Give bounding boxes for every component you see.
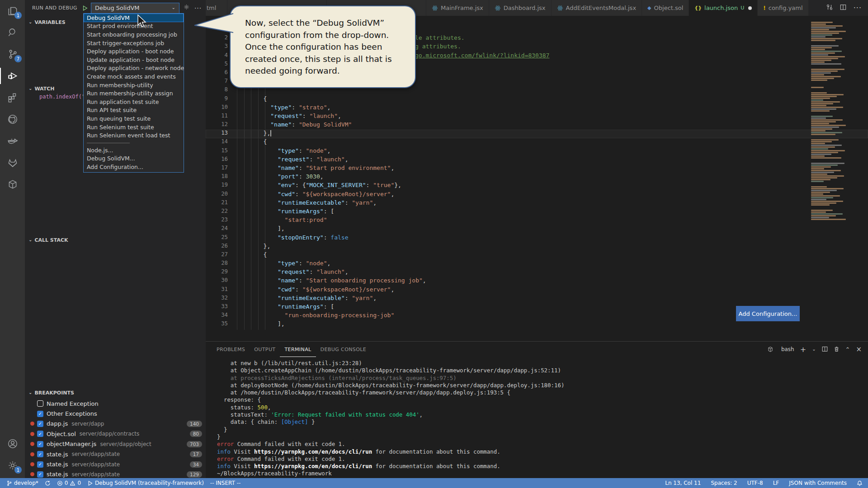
panel-tab-terminal[interactable]: TERMINAL [280,342,316,357]
indentation-setting[interactable]: Spaces: 2 [711,480,737,486]
more-actions-icon[interactable]: ··· [194,5,202,12]
code-line[interactable]: 28 "type": "node", [206,260,868,268]
dropdown-item[interactable]: Start onboarding processing job [84,30,184,39]
code-line[interactable]: 30 "name": "Start onboarding processing … [206,277,868,286]
breakpoint-checkbox[interactable]: ✓ [37,471,43,478]
file-breakpoint-row[interactable]: ✓Object.solserver/dapp/contracts80 [25,429,206,439]
maximize-panel-icon[interactable]: ⌃ [845,346,850,353]
extensions-icon[interactable] [0,87,25,108]
dropdown-item[interactable]: Run membership-utility [84,81,184,89]
dropdown-item[interactable]: Deploy application - boot node [84,47,184,56]
run-and-debug-icon[interactable] [0,65,25,87]
tab-Object.sol[interactable]: ◆Object.sol [642,0,689,16]
dropdown-item[interactable]: Run API test suite [84,106,184,115]
start-debugging-button[interactable] [82,5,88,11]
breakpoint-checkbox[interactable]: ✓ [37,421,43,427]
dropdown-item[interactable]: Debug SolidVM [84,14,184,22]
breakpoint-checkbox[interactable]: ✓ [37,461,43,468]
configure-gear-icon[interactable] [183,4,190,12]
settings-gear-icon[interactable]: 1 [0,455,25,476]
breakpoint-checkbox[interactable] [37,400,43,407]
notifications-bell-icon[interactable] [857,480,863,486]
dropdown-item[interactable]: Add Configuration... [84,163,184,171]
code-line[interactable]: 18 "port": 3030, [206,173,868,182]
breakpoints-section-header[interactable]: ⌄ BREAKPOINTS [25,388,206,398]
code-line[interactable]: 27 { [206,251,868,260]
tab-launch.json[interactable]: {}launch.jsonU [689,0,758,16]
language-mode[interactable]: JSON with Comments [789,480,847,486]
dropdown-item[interactable]: Create mock assets and events [84,72,184,81]
account-icon[interactable] [0,433,25,455]
git-branch-status[interactable]: develop* [6,480,38,486]
code-line[interactable]: 23 "start:prod" [206,216,868,225]
dropdown-item[interactable]: Run membership-utility assign [84,89,184,98]
call-stack-section-header[interactable]: ⌄ CALL STACK [25,235,206,245]
open-changes-icon[interactable] [826,4,833,12]
debug-target-status[interactable]: Debug SolidVM (traceability-framework) [87,480,204,486]
close-panel-icon[interactable]: × [856,345,862,353]
code-line[interactable]: 15 "type": "node", [206,147,868,156]
code-line[interactable]: 9 { [206,95,868,104]
code-line[interactable]: 31 "cwd": "${workspaceRoot}/server", [206,286,868,295]
gitlab-icon[interactable] [0,152,25,174]
code-line[interactable]: 32 "runtimeExecutable": "yarn", [206,295,868,303]
split-editor-icon[interactable] [840,4,846,12]
code-line[interactable]: 14 { [206,138,868,147]
code-line[interactable]: 10 "type": "strato", [206,104,868,113]
debug-configuration-select[interactable]: Debug SolidVM ⌄ [91,3,179,14]
cursor-position[interactable]: Ln 13, Col 11 [665,480,701,486]
kill-terminal-icon[interactable] [834,345,840,354]
file-breakpoint-row[interactable]: ✓state.jsserver/dapp/state17 [25,449,206,459]
dirty-indicator-icon[interactable] [748,6,752,10]
problems-status[interactable]: 0 0 [57,480,81,486]
code-line[interactable]: 22 "runtimeArgs": [ [206,208,868,216]
dropdown-item[interactable]: Deploy application - network node [84,64,184,73]
package-icon[interactable] [0,174,25,195]
encoding-setting[interactable]: UTF-8 [747,480,763,486]
dropdown-item[interactable]: Run Selenium event load test [84,131,184,140]
code-line[interactable]: 29 "request": "launch", [206,268,868,277]
dropdown-item[interactable]: Update application - boot node [84,56,184,64]
breakpoint-checkbox[interactable]: ✓ [37,451,43,457]
code-line[interactable]: 16 "request": "launch", [206,156,868,164]
source-control-icon[interactable]: 7 [0,43,25,65]
dropdown-item[interactable]: Run Selenium test suite [84,123,184,131]
tab-Dashboard.jsx[interactable]: Dashboard.jsx [489,0,552,16]
panel-tab-debug-console[interactable]: DEBUG CONSOLE [316,342,371,357]
code-line[interactable]: 20 "cwd": "${workspaceRoot}/server", [206,191,868,199]
code-line[interactable]: 11 "request": "launch", [206,113,868,121]
eol-setting[interactable]: LF [773,480,779,486]
breakpoint-checkbox[interactable]: ✓ [37,431,43,437]
exception-breakpoint-row[interactable]: ✓Other Exceptions [25,408,206,418]
github-icon[interactable] [0,108,25,130]
terminal-dropdown-icon[interactable]: ⌄ [812,347,816,352]
exception-breakpoint-row[interactable]: Named Exception [25,399,206,408]
code-line[interactable]: 24 ], [206,225,868,234]
code-line[interactable]: 35 ], [206,320,868,329]
tab-config.yaml[interactable]: !config.yaml [758,0,808,16]
code-line[interactable]: 26 }, [206,243,868,251]
split-terminal-icon[interactable] [822,345,828,354]
file-breakpoint-row[interactable]: ✓state.jsserver/dapp/state129 [25,469,206,478]
dropdown-item[interactable]: Start trigger-exceptions job [84,39,184,47]
search-icon[interactable] [0,22,25,43]
breakpoint-checkbox[interactable]: ✓ [37,411,43,417]
code-line[interactable]: 12 "name": "Debug SolidVM" [206,121,868,130]
file-breakpoint-row[interactable]: ✓dapp.jsserver/dapp140 [25,419,206,429]
tab-AddEditEventsModal.jsx[interactable]: AddEditEventsModal.jsx [552,0,642,16]
code-line[interactable]: 21 "runtimeExecutable": "yarn", [206,199,868,208]
new-terminal-icon[interactable]: + [800,345,806,354]
tab-MainFrame.jsx[interactable]: MainFrame.jsx [426,0,489,16]
dropdown-item[interactable]: Debug SolidVM... [84,155,184,163]
code-line[interactable]: 19 "env": {"MOCK_INT_SERVER": "true"}, [206,182,868,190]
code-line[interactable]: 17 "name": "Start prod environment", [206,164,868,173]
file-breakpoint-row[interactable]: ✓objectManager.jsserver/dapp/object703 [25,439,206,449]
docker-icon[interactable] [0,130,25,152]
minimap[interactable] [811,18,847,221]
sync-status[interactable] [45,480,51,486]
breakpoint-checkbox[interactable]: ✓ [37,441,43,447]
file-breakpoint-row[interactable]: ✓state.jsserver/dapp/state34 [25,459,206,469]
code-line[interactable]: 13 }, [206,130,868,138]
code-line[interactable]: 25 "stopOnEntry": false [206,234,868,243]
dropdown-item[interactable]: Node.js... [84,146,184,155]
